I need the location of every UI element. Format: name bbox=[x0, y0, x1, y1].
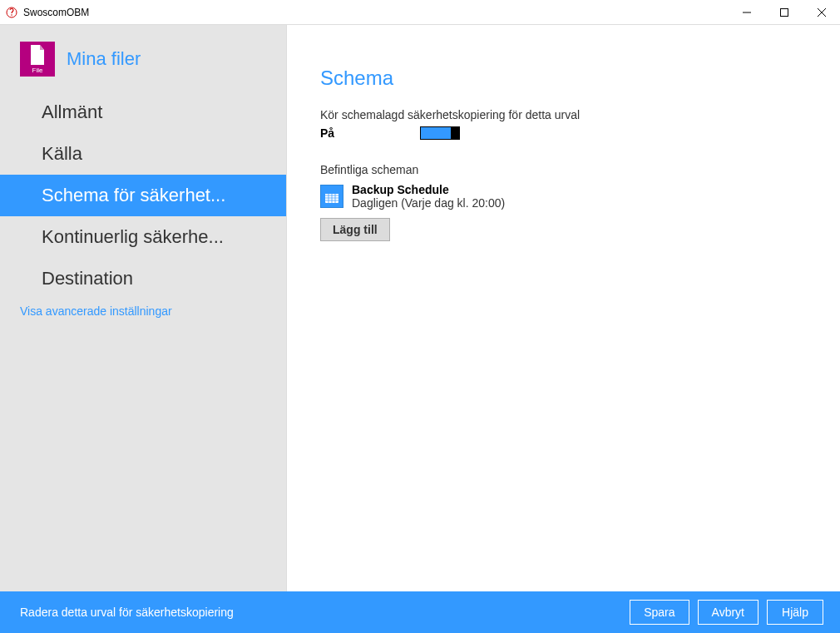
file-icon: File bbox=[20, 42, 55, 77]
schedule-list: Backup Schedule Dagligen (Varje dag kl. … bbox=[320, 183, 807, 210]
nav-item-schedule[interactable]: Schema för säkerhet... bbox=[0, 175, 286, 216]
content-area: Schema Kör schemalagd säkerhetskopiering… bbox=[287, 25, 840, 591]
schedule-text: Backup Schedule Dagligen (Varje dag kl. … bbox=[352, 183, 505, 210]
svg-point-1 bbox=[11, 14, 12, 16]
file-icon-label: File bbox=[32, 67, 43, 74]
footer: Radera detta urval för säkerhetskopierin… bbox=[0, 591, 840, 633]
toggle-row: På bbox=[320, 126, 807, 140]
sidebar: File Mina filer Allmänt Källa Schema för… bbox=[0, 25, 287, 591]
schedule-desc: Dagligen (Varje dag kl. 20:00) bbox=[352, 196, 505, 210]
close-button[interactable] bbox=[803, 0, 840, 25]
sidebar-title: Mina filer bbox=[67, 48, 141, 70]
sidebar-nav: Allmänt Källa Schema för säkerhet... Kon… bbox=[0, 91, 286, 299]
schedule-toggle[interactable] bbox=[420, 126, 460, 140]
run-scheduled-text: Kör schemalagd säkerhetskopiering för de… bbox=[320, 108, 807, 121]
calendar-icon bbox=[320, 185, 343, 208]
svg-rect-3 bbox=[780, 8, 788, 16]
nav-item-source[interactable]: Källa bbox=[0, 133, 286, 175]
svg-rect-7 bbox=[325, 190, 338, 194]
existing-schedules-heading: Befintliga scheman bbox=[320, 163, 807, 176]
sidebar-header: File Mina filer bbox=[0, 42, 286, 91]
schedule-item[interactable]: Backup Schedule Dagligen (Varje dag kl. … bbox=[320, 183, 807, 210]
maximize-button[interactable] bbox=[765, 0, 803, 25]
cancel-button[interactable]: Avbryt bbox=[698, 600, 758, 625]
help-button[interactable]: Hjälp bbox=[767, 600, 823, 625]
titlebar: SwoscomOBM bbox=[0, 0, 840, 25]
save-button[interactable]: Spara bbox=[630, 600, 689, 625]
nav-item-continuous[interactable]: Kontinuerlig säkerhe... bbox=[0, 216, 286, 258]
add-button[interactable]: Lägg till bbox=[320, 218, 390, 241]
nav-item-general[interactable]: Allmänt bbox=[0, 91, 286, 133]
toggle-label: På bbox=[320, 126, 420, 140]
advanced-settings-link[interactable]: Visa avancerade inställningar bbox=[0, 299, 286, 318]
minimize-button[interactable] bbox=[728, 0, 765, 25]
app-icon bbox=[5, 6, 18, 19]
page-title: Schema bbox=[320, 67, 807, 90]
nav-item-destination[interactable]: Destination bbox=[0, 258, 286, 299]
window-title: SwoscomOBM bbox=[23, 7, 89, 18]
schedule-name: Backup Schedule bbox=[352, 183, 505, 196]
delete-backup-set-link[interactable]: Radera detta urval för säkerhetskopierin… bbox=[20, 606, 234, 619]
